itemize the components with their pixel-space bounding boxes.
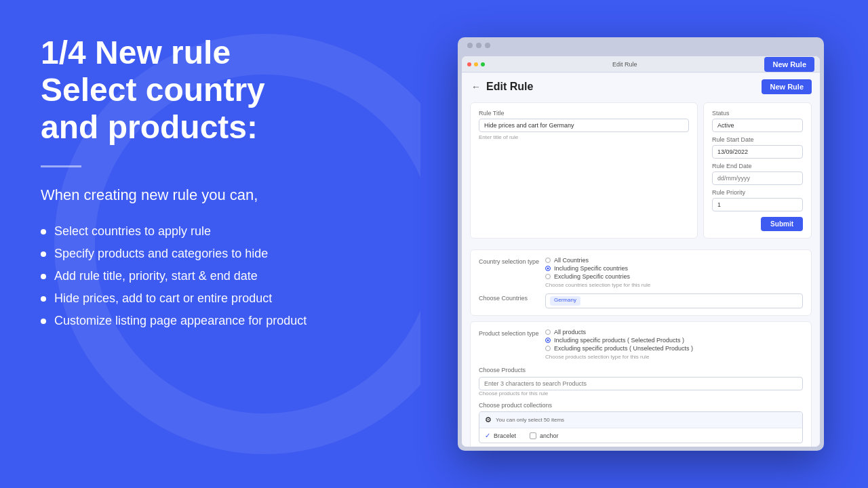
status-label: Status (712, 110, 803, 117)
country-section: Country selection type All Countries (470, 249, 812, 316)
top-form-row: Rule Title Enter title of rule Status Ac… (470, 102, 812, 244)
status-field: Status Active (712, 110, 803, 132)
product-selection-label: Product selection type (479, 329, 540, 337)
warning-icon: ⚙ (485, 415, 492, 424)
start-date-input[interactable] (712, 145, 803, 159)
divider (41, 165, 81, 167)
priority-field: Rule Priority (712, 189, 803, 211)
submit-button[interactable]: Submit (761, 217, 803, 231)
browser-dots (467, 43, 490, 48)
rule-title-section: Rule Title Enter title of rule (470, 102, 698, 239)
radio-all-countries[interactable]: All Countries (545, 257, 803, 264)
radio-circle-excluding-products (545, 346, 551, 351)
main-content: ← Edit Rule New Rule Rule Title Enter ti… (462, 73, 820, 447)
country-selection-label: Country selection type (479, 257, 540, 265)
rule-title-input[interactable] (479, 119, 689, 132)
radio-all-products[interactable]: All products (545, 329, 803, 336)
warning-text: You can only select 50 items (496, 417, 564, 423)
product-type-row: Product selection type All products (479, 329, 803, 360)
collection-warning: ⚙ You can only select 50 items (479, 412, 802, 428)
products-search-input[interactable] (479, 377, 803, 390)
content-area: ← Edit Rule New Rule Rule Title Enter ti… (462, 73, 820, 447)
end-date-label: Rule End Date (712, 163, 803, 169)
new-rule-button[interactable]: New Rule (762, 79, 812, 94)
country-tag-input[interactable]: Germany (545, 293, 803, 308)
radio-circle-including-products (545, 338, 551, 343)
choose-products-area: Choose Products Choose products for this… (479, 365, 803, 396)
radio-circle-including (545, 266, 551, 271)
inner-browser-bar: Edit Rule New Rule (462, 56, 820, 73)
radio-label-including: Including Specific countries (554, 265, 628, 272)
priority-label: Rule Priority (712, 189, 803, 196)
page-title: Edit Rule (486, 81, 533, 93)
start-date-field: Rule Start Date (712, 136, 803, 159)
dot-green (481, 62, 485, 66)
country-options: All Countries Including Specific countri… (545, 257, 803, 288)
list-item: Customize listing page appearance for pr… (41, 310, 380, 332)
country-selection-hint: Choose countries selection type for this… (545, 282, 803, 288)
back-btn-area: ← Edit Rule (470, 81, 533, 93)
radio-label-excluding-products: Excluding specific products ( Unselected… (554, 345, 693, 352)
end-date-input[interactable] (712, 171, 803, 185)
bullet-dot (41, 274, 46, 279)
priority-input[interactable] (712, 198, 803, 211)
radio-circle-all (545, 258, 551, 263)
new-rule-btn-top[interactable]: New Rule (764, 57, 814, 72)
collection-hint: choose collection for this rule (479, 445, 803, 447)
browser-window: Edit Rule New Rule ← Edit Rule New Rule (458, 37, 824, 451)
rule-title-field: Rule Title Enter title of rule (479, 110, 689, 140)
bullet-dot (41, 296, 46, 302)
collection-item-anchor[interactable]: anchor (530, 432, 559, 439)
radio-label-all: All Countries (554, 257, 589, 264)
country-radio-group: All Countries Including Specific countri… (545, 257, 803, 280)
inner-browser-title: Edit Rule (488, 61, 762, 68)
collection-label: Choose product collections (479, 402, 803, 409)
radio-including-products[interactable]: Including specific products ( Selected P… (545, 337, 803, 344)
back-arrow-icon[interactable]: ← (470, 81, 482, 93)
product-radio-group: All products Including specific products… (545, 329, 803, 352)
radio-excluding-products[interactable]: Excluding specific products ( Unselected… (545, 345, 803, 352)
edit-rule-header: ← Edit Rule New Rule (470, 79, 812, 94)
browser-inner: Edit Rule New Rule ← Edit Rule New Rule (462, 56, 820, 447)
window-dot-3 (485, 43, 490, 48)
choose-countries-row: Choose Countries Germany (479, 293, 803, 308)
radio-including-countries[interactable]: Including Specific countries (545, 265, 803, 272)
checkbox-anchor (530, 432, 536, 439)
bullet-list: Select countries to apply rule Specify p… (41, 220, 380, 332)
radio-label-excluding: Excluding Specific countries (554, 273, 630, 280)
country-row: Country selection type All Countries (479, 257, 803, 288)
start-date-label: Rule Start Date (712, 136, 803, 143)
status-select[interactable]: Active (712, 119, 803, 132)
check-icon: ✓ (485, 432, 490, 439)
list-item: Select countries to apply rule (41, 220, 380, 243)
window-dot-1 (467, 43, 473, 48)
main-title: 1/4 New rule Select country and products… (41, 34, 380, 146)
list-item: Specify products and categories to hide (41, 243, 380, 265)
end-date-field: Rule End Date (712, 163, 803, 185)
left-panel: 1/4 New rule Select country and products… (0, 0, 420, 488)
side-fields-section: Status Active Rule Start Date Rule End (703, 102, 812, 239)
bullet-dot (41, 229, 46, 235)
product-section: Product selection type All products (470, 321, 812, 447)
collection-box: ⚙ You can only select 50 items ✓ Bracele… (479, 411, 803, 443)
collection-item-label-anchor: anchor (540, 432, 559, 439)
radio-circle-excluding (545, 274, 551, 279)
radio-excluding-countries[interactable]: Excluding Specific countries (545, 273, 803, 280)
dot-red (467, 62, 471, 66)
collection-items: ✓ Bracelet anchor (479, 428, 802, 443)
radio-circle-all-products (545, 329, 551, 335)
right-panel: Edit Rule New Rule ← Edit Rule New Rule (420, 0, 868, 488)
radio-label-all-products: All products (554, 329, 586, 336)
product-selection-hint: Choose products selection type for this … (545, 354, 803, 360)
bullet-dot (41, 251, 46, 257)
products-hint: Choose products for this rule (479, 390, 803, 396)
radio-label-including-products: Including specific products ( Selected P… (554, 337, 684, 344)
germany-tag[interactable]: Germany (550, 296, 580, 306)
list-item: Hide prices, add to cart or entire produ… (41, 287, 380, 310)
bullet-dot (41, 319, 46, 324)
dot-yellow (474, 62, 478, 66)
window-dot-2 (476, 43, 481, 48)
collection-section: Choose product collections ⚙ You can onl… (479, 402, 803, 447)
collection-item-bracelet[interactable]: ✓ Bracelet (485, 432, 516, 439)
list-item: Add rule title, priority, start & end da… (41, 265, 380, 287)
